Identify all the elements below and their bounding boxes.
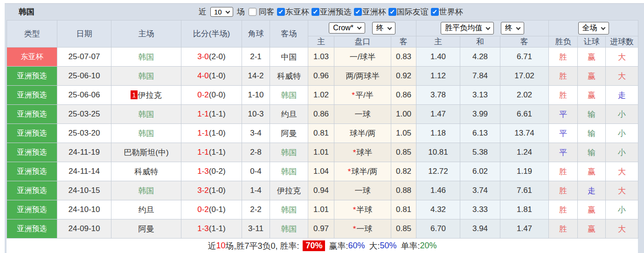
- summary-near-label: 近: [208, 240, 216, 252]
- scope-select[interactable]: 全场: [578, 22, 609, 34]
- scope-value: 全场: [582, 23, 597, 33]
- odds-away: 1.05: [391, 124, 416, 143]
- away-team: 韩国: [270, 162, 308, 181]
- odds-company-value: Crow*: [333, 24, 353, 32]
- home-team: 1伊拉克: [111, 86, 181, 105]
- score-cell: 4-0(1-0): [181, 67, 242, 86]
- result-goals: 大: [606, 48, 638, 67]
- win-pct-label: 赢率:: [329, 240, 348, 252]
- competition-badge: 亚洲预选: [7, 200, 57, 219]
- match-date: 25-06-10: [57, 67, 111, 86]
- fulltime-score: 1-3: [197, 167, 209, 176]
- col-let: 让球: [578, 36, 606, 48]
- result-handicap: 赢: [578, 219, 606, 239]
- home-team: 韩国: [111, 67, 181, 86]
- result-wdl: 平: [549, 124, 578, 143]
- avg-home: 1.40: [416, 48, 460, 67]
- halftime-score: (0-1): [209, 205, 226, 214]
- odds-state-select[interactable]: 终: [372, 22, 395, 34]
- away-team: 阿曼: [270, 124, 308, 143]
- odds-away: 0.92: [391, 67, 416, 86]
- home-team: 阿曼: [111, 219, 181, 239]
- handicap-line: *平/半: [334, 86, 391, 105]
- home-team-name: 约旦: [138, 205, 154, 214]
- away-team: 韩国: [270, 200, 308, 219]
- result-wdl: 胜: [549, 162, 578, 181]
- col-score: 比分(半场): [181, 21, 242, 48]
- avg-home: 1.46: [416, 181, 460, 200]
- avg-draw: 3.74: [460, 181, 500, 200]
- fulltime-score: 3-0: [197, 52, 209, 61]
- match-date: 24-09-10: [57, 219, 111, 239]
- home-team-name: 韩国: [138, 110, 154, 119]
- away-team: 伊拉克: [270, 181, 308, 200]
- home-team: 韩国: [111, 181, 181, 200]
- halftime-score: (1-1): [209, 148, 226, 157]
- odds-home: 0.97: [308, 219, 334, 239]
- home-team: 韩国: [111, 105, 181, 124]
- result-goals: 走: [606, 86, 638, 105]
- summary-near-count: 10: [216, 241, 225, 251]
- checkmark-icon: [356, 9, 360, 14]
- competition-checkbox[interactable]: [312, 8, 319, 16]
- competition-badge: 亚洲预选: [7, 124, 57, 143]
- fulltime-score: 0-2: [197, 90, 209, 99]
- competition-checkbox[interactable]: [354, 8, 362, 16]
- avg-draw: 3.99: [460, 105, 500, 124]
- halftime-score: (2-0): [209, 52, 226, 61]
- home-team-name: 伊拉克: [138, 91, 162, 100]
- odds-company-select[interactable]: Crow*: [329, 22, 365, 34]
- odds-home: 1.04: [308, 162, 334, 181]
- home-team: 约旦: [111, 200, 181, 219]
- avg-home: 6.70: [416, 219, 460, 239]
- result-wdl: 平: [549, 105, 578, 124]
- odds-home: 1.03: [308, 48, 334, 67]
- result-handicap: 赢: [578, 48, 606, 67]
- avg-home: 10.81: [416, 143, 460, 162]
- result-goals: 大: [606, 67, 638, 86]
- chevron-down-icon: [225, 9, 230, 14]
- odds-home: 1.01: [308, 143, 334, 162]
- halftime-score: (1-1): [209, 224, 226, 233]
- summary-text: 场,胜7平3负0, 胜率:: [225, 240, 299, 252]
- same-away-label: 同客: [259, 7, 275, 17]
- avg-away: 1.24: [500, 143, 549, 162]
- near-count-select[interactable]: 10: [210, 7, 233, 17]
- score-cell: 1-3(1-1): [181, 219, 242, 239]
- competition-badge: 亚洲预选: [7, 181, 57, 200]
- score-cell: 1-1(1-1): [181, 105, 242, 124]
- result-wdl: 胜: [549, 48, 578, 67]
- match-row: 亚洲预选25-03-20韩国1-1(1-0)3-4阿曼0.81球半/两1.051…: [7, 124, 638, 143]
- competition-checkbox[interactable]: [277, 8, 285, 16]
- competition-checkbox[interactable]: [388, 8, 396, 16]
- live-star: *: [353, 225, 356, 233]
- odds-home: 0.94: [308, 181, 334, 200]
- odds-home: 1.01: [308, 200, 334, 219]
- fulltime-score: 1-1: [197, 148, 209, 157]
- same-away-checkbox[interactable]: [249, 8, 256, 16]
- avg-draw: 7.84: [460, 67, 500, 86]
- halftime-score: (1-0): [209, 129, 226, 137]
- fulltime-score: 1-3: [197, 224, 209, 233]
- competition-badge: 亚洲预选: [7, 143, 57, 162]
- avg-away: 13.74: [500, 124, 549, 143]
- live-star: *: [348, 167, 351, 176]
- result-wdl: 胜: [549, 86, 578, 105]
- odds-away: 0.85: [391, 143, 416, 162]
- match-row: 亚洲预选24-11-19巴勒斯坦(中)1-1(1-1)2-8韩国1.01*球半0…: [7, 143, 638, 162]
- chevron-down-icon: [486, 25, 491, 30]
- competition-checkbox[interactable]: [431, 8, 439, 16]
- score-cell: 0-2(0-0): [181, 86, 242, 105]
- col-goals: 进球数: [606, 36, 638, 48]
- result-goals: 大: [606, 219, 638, 239]
- corner-score: 2-1: [242, 48, 270, 67]
- corner-score: 10-3: [242, 105, 270, 124]
- stats-panel: 韩国 近 10 场 同客 东亚杯亚洲预选亚洲杯国际友谊世界杯: [5, 3, 644, 253]
- avg-away: 1.47: [500, 219, 549, 239]
- handicap-line: 一球: [334, 181, 391, 200]
- avg-state-select[interactable]: 终: [501, 22, 524, 34]
- avg-home: 1.47: [416, 105, 460, 124]
- avg-type-select[interactable]: 胜平负均值: [441, 22, 494, 34]
- match-row: 亚洲预选25-06-10韩国4-0(1-0)14-2科威特0.96两/两球半0.…: [7, 67, 638, 86]
- home-team: 科威特: [111, 162, 181, 181]
